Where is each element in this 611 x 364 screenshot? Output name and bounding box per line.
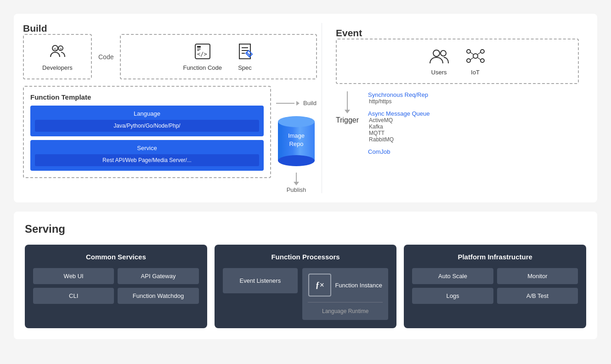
event-section: Event Users — [327, 23, 588, 193]
serving-title: Serving — [25, 223, 586, 235]
function-code-spec-box: </> Function Code Spec — [120, 34, 317, 79]
users-iot-box: Users IoT — [336, 39, 579, 84]
common-services-title: Common Services — [33, 253, 199, 261]
trigger-area: Trigger Synchronous Req/Rep http/https A… — [336, 91, 579, 155]
service-value: Rest API/Web Page/Media Server/... — [35, 154, 259, 166]
users-icon — [428, 47, 450, 65]
build-title: Build — [23, 23, 317, 34]
monitor-btn[interactable]: Monitor — [497, 268, 578, 284]
image-repo-cylinder: Image Repo — [276, 110, 317, 170]
svg-rect-5 — [197, 49, 201, 50]
event-title: Event — [336, 28, 579, 39]
event-listeners-area: Event Listeners — [223, 268, 298, 320]
svg-point-18 — [481, 50, 484, 53]
function-code-icon: </> — [193, 42, 212, 61]
sync-label: Synchronous Req/Rep — [368, 91, 430, 98]
function-instance-label: Function Instance — [335, 282, 382, 289]
svg-point-12 — [278, 116, 315, 127]
svg-line-24 — [477, 57, 481, 60]
trigger-info: Synchronous Req/Rep http/https Async Mes… — [368, 91, 430, 155]
function-processors-card: Function Processors Event Listeners ƒ× F… — [215, 245, 397, 328]
svg-point-14 — [433, 50, 440, 56]
serving-section: Serving Common Services Web UI API Gatew… — [14, 212, 597, 339]
common-services-card: Common Services Web UI API Gateway CLI F… — [25, 245, 207, 328]
async-label: Async Message Queue — [368, 110, 430, 117]
kafka-label: Kafka — [368, 123, 430, 130]
svg-point-19 — [467, 59, 470, 62]
event-listeners-label: Event Listeners — [240, 277, 281, 284]
service-block: Service Rest API/Web Page/Media Server/.… — [30, 140, 264, 171]
cli-btn[interactable]: CLI — [33, 288, 114, 304]
users-label: Users — [431, 69, 447, 76]
event-listeners-btn[interactable]: Event Listeners — [223, 268, 298, 293]
trigger-label: Trigger — [336, 116, 359, 124]
iot-icon — [464, 47, 487, 65]
rabbitmq-label: RabbitMQ — [368, 136, 430, 143]
mqtt-label: MQTT — [368, 130, 430, 136]
publish-arrow-label: Publish — [287, 186, 306, 193]
logs-btn[interactable]: Logs — [412, 288, 493, 304]
function-instance-header: ƒ× Function Instance — [308, 274, 382, 297]
function-processors-title: Function Processors — [223, 253, 389, 261]
function-code-item: </> Function Code — [183, 42, 222, 71]
async-group: Async Message Queue ActiveMQ Kafka MQTT … — [368, 110, 430, 143]
svg-text:</>: </> — [197, 51, 207, 57]
developers-icon: </> — [48, 42, 67, 61]
language-label: Language — [35, 110, 259, 117]
language-runtime-label: Language Runtime — [322, 308, 368, 314]
fx-icon-box: ƒ× — [308, 274, 331, 297]
sync-group: Synchronous Req/Rep http/https — [368, 91, 430, 105]
svg-point-20 — [481, 59, 484, 62]
platform-infrastructure-grid: Auto Scale Monitor Logs A/B Test — [412, 268, 578, 304]
svg-point-15 — [441, 50, 446, 56]
function-template-label: Function Template — [30, 93, 264, 101]
developers-box: </> Developers — [23, 34, 92, 79]
iot-item: IoT — [464, 47, 487, 76]
svg-point-17 — [467, 50, 470, 53]
svg-rect-4 — [197, 46, 201, 48]
platform-infrastructure-title: Platform Infrastructure — [412, 253, 578, 261]
spec-icon — [236, 42, 254, 61]
svg-text:</>: </> — [54, 46, 62, 51]
code-label: Code — [98, 53, 113, 61]
autoscale-btn[interactable]: Auto Scale — [412, 268, 493, 284]
spec-label: Spec — [238, 64, 252, 71]
build-section: Build </> Developers — [23, 23, 317, 193]
function-processors-inner: Event Listeners ƒ× Function Instance Lan… — [223, 268, 389, 320]
common-services-grid: Web UI API Gateway CLI Function Watchdog — [33, 268, 199, 304]
comjob-label: ComJob — [368, 148, 430, 155]
platform-infrastructure-card: Platform Infrastructure Auto Scale Monit… — [404, 245, 586, 328]
abtest-btn[interactable]: A/B Test — [497, 288, 578, 304]
function-instance-area: ƒ× Function Instance Language Runtime — [302, 268, 388, 320]
iot-label: IoT — [471, 69, 480, 76]
svg-point-13 — [278, 155, 315, 166]
spec-item: Spec — [236, 42, 254, 71]
build-arrow-label: Build — [303, 100, 317, 106]
language-value: Java/Python/Go/Node/Php/ — [35, 120, 259, 132]
svg-line-23 — [470, 57, 474, 60]
developers-item: </> Developers — [42, 42, 73, 71]
image-repo-label: Image Repo — [288, 132, 305, 147]
webui-btn[interactable]: Web UI — [33, 268, 114, 284]
function-code-label: Function Code — [183, 64, 222, 71]
language-block: Language Java/Python/Go/Node/Php/ — [30, 106, 264, 136]
svg-line-21 — [470, 52, 474, 55]
users-item: Users — [428, 47, 450, 76]
activemq-label: ActiveMQ — [368, 117, 430, 123]
developers-label: Developers — [42, 64, 73, 71]
http-label: http/https — [368, 98, 430, 105]
comjob-group: ComJob — [368, 148, 430, 155]
svg-point-16 — [473, 54, 478, 58]
svg-line-22 — [477, 52, 481, 55]
service-label: Service — [35, 145, 259, 151]
function-watchdog-btn[interactable]: Function Watchdog — [118, 288, 198, 304]
function-template-box: Function Template Language Java/Python/G… — [23, 86, 271, 178]
api-gateway-btn[interactable]: API Gateway — [118, 268, 198, 284]
serving-cards: Common Services Web UI API Gateway CLI F… — [25, 245, 586, 328]
code-label-area: Code — [96, 34, 115, 79]
fx-icon: ƒ× — [316, 280, 324, 290]
